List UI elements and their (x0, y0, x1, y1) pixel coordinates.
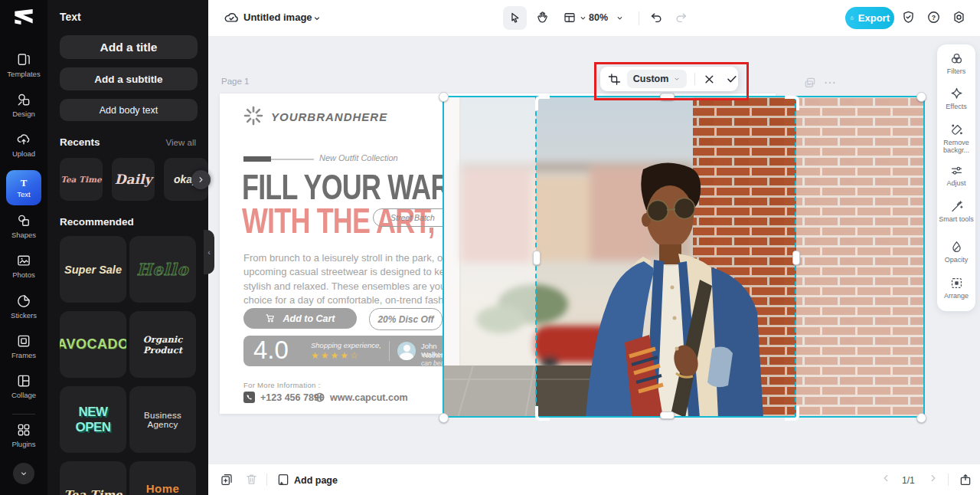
canvas-workspace[interactable]: Page 1 YOURBRANDHERE New Outfit Collecti… (208, 36, 980, 464)
add-subtitle-button[interactable]: Add a subtitle (60, 67, 198, 90)
tool-adjust[interactable]: Adjust (937, 163, 975, 198)
crop-edge-handle-top[interactable] (660, 93, 675, 100)
view-all-link[interactable]: View all (166, 138, 196, 147)
discount-pill[interactable]: 20% Disc Off (369, 308, 443, 330)
tool-opacity[interactable]: Opacity (937, 240, 975, 275)
add-page-icon[interactable] (276, 473, 290, 487)
tag-pill[interactable]: Street Batch (373, 208, 452, 227)
sidebar-item-photos[interactable]: Photos (0, 253, 47, 279)
text-icon: T (18, 178, 30, 189)
recommended-text-style[interactable]: Home Decor (129, 461, 196, 495)
zoom-level[interactable]: 80% (589, 12, 608, 23)
recents-title: Recents (60, 136, 100, 148)
brand-logo-icon[interactable] (242, 104, 265, 127)
capcut-logo-icon[interactable] (13, 8, 34, 28)
delete-page-button[interactable] (245, 473, 258, 486)
photos-icon (16, 253, 31, 268)
crop-corner-bottom-right[interactable] (785, 406, 799, 421)
eyebrow-text[interactable]: New Outfit Collection (319, 153, 398, 162)
plugins-icon (16, 422, 31, 438)
crop-edge-handle-left[interactable] (533, 251, 541, 265)
tool-effects[interactable]: Effects (937, 87, 975, 122)
recommended-text-style[interactable]: AVOCADO (60, 311, 126, 378)
sidebar-item-templates[interactable]: Templates (0, 52, 47, 78)
cancel-crop-icon[interactable] (704, 74, 715, 85)
footer-info-label[interactable]: For More Information : (243, 381, 321, 389)
undo-button[interactable] (649, 10, 664, 25)
project-name[interactable]: Untitled image (243, 11, 312, 23)
resize-canvas-button[interactable] (563, 11, 577, 25)
selection-handle-top-right[interactable] (916, 92, 926, 102)
design-icon (16, 92, 31, 107)
selection-handle-top-left[interactable] (439, 92, 449, 102)
rating-score: 4.0 (253, 336, 289, 365)
crop-edge-handle-bottom[interactable] (660, 411, 675, 419)
recommended-header: Recommended (60, 216, 196, 228)
help-icon[interactable]: ? (926, 10, 941, 25)
export-page-button[interactable] (959, 473, 972, 487)
export-button[interactable]: Export (845, 7, 894, 29)
crop-dim-left (443, 96, 536, 418)
sidebar-item-label: Photos (12, 270, 35, 279)
rating-stars: ★★★★☆ (311, 350, 360, 361)
add-title-button[interactable]: Add a title (60, 35, 198, 59)
sidebar-item-upload[interactable]: Upload (0, 132, 47, 158)
tool-arrange[interactable]: Arrange (937, 276, 975, 311)
confirm-crop-icon[interactable] (726, 73, 738, 85)
next-page-button[interactable] (928, 473, 939, 484)
crop-icon[interactable] (608, 73, 621, 86)
recommended-text-style[interactable]: Hello (129, 236, 196, 303)
recents-next-button[interactable] (191, 170, 211, 189)
rail-collapse-button[interactable] (13, 463, 34, 484)
crop-corner-top-left[interactable] (535, 96, 550, 110)
selection-handle-bottom-left[interactable] (439, 413, 449, 423)
crop-edge-handle-right[interactable] (792, 251, 800, 265)
recommended-text-style[interactable]: Super Sale (60, 236, 126, 303)
selection-handle-bottom-right[interactable] (916, 413, 926, 423)
settings-gear-icon[interactable] (952, 10, 966, 25)
filters-icon (949, 51, 964, 66)
recommended-text-style[interactable]: Organic Product (129, 311, 196, 378)
replace-image-icon (804, 77, 816, 89)
resize-chevron-icon[interactable] (579, 14, 587, 22)
recent-text-style[interactable]: Tea Time (60, 158, 103, 201)
crop-ratio-dropdown[interactable]: Custom (627, 70, 688, 88)
crop-corner-bottom-left[interactable] (535, 406, 550, 421)
cloud-saved-icon[interactable] (224, 10, 240, 26)
sidebar-item-text-active[interactable]: T Text (6, 170, 41, 205)
brand-name[interactable]: YOURBRANDHERE (271, 110, 387, 123)
project-menu-chevron-icon[interactable] (312, 14, 322, 23)
sidebar-item-stickers[interactable]: Stickers (0, 293, 47, 320)
sidebar-item-frames[interactable]: Frames (0, 333, 47, 359)
bottom-bar: Add page 1/1 (208, 464, 980, 495)
recommended-text-style[interactable]: NEW OPEN (60, 386, 126, 453)
recommended-text-style[interactable]: Business Agency (129, 386, 196, 453)
crop-dim-right (796, 96, 925, 418)
sidebar-item-design[interactable]: Design (0, 92, 47, 118)
sidebar-item-label: Text (17, 190, 30, 198)
hand-tool-button[interactable] (535, 10, 550, 25)
zoom-chevron-icon[interactable] (616, 14, 624, 22)
tool-smart-tools[interactable]: Smart tools (937, 199, 975, 241)
previous-page-button[interactable] (880, 473, 891, 484)
add-body-text-button[interactable]: Add body text (60, 99, 198, 121)
crop-corner-top-right[interactable] (785, 96, 799, 110)
tool-filters[interactable]: Filters (937, 51, 975, 87)
duplicate-page-button[interactable] (220, 473, 234, 487)
rating-bar[interactable]: 4.0 Shopping experience, ★★★★☆ John Walk… (243, 336, 452, 366)
recent-text-style[interactable]: Daily (112, 158, 155, 201)
arrange-icon (949, 276, 964, 290)
add-to-cart-button[interactable]: Add to Cart (243, 308, 357, 329)
tool-remove-background[interactable]: Remove backgr... (937, 123, 975, 164)
effects-icon (949, 87, 964, 101)
footer-website[interactable]: www.capcut.com (330, 392, 408, 403)
redo-button[interactable] (674, 10, 688, 25)
recommended-text-style[interactable]: Tea Time (60, 461, 126, 495)
select-tool-button[interactable] (503, 6, 527, 30)
panel-collapse-handle[interactable]: ‹ (204, 230, 214, 274)
sidebar-item-plugins[interactable]: Plugins (0, 422, 47, 448)
sidebar-item-shapes[interactable]: Shapes (0, 213, 47, 239)
safety-shield-icon[interactable] (901, 10, 916, 25)
sidebar-item-collage[interactable]: Collage (0, 373, 47, 399)
add-page-button[interactable]: Add page (294, 475, 338, 486)
